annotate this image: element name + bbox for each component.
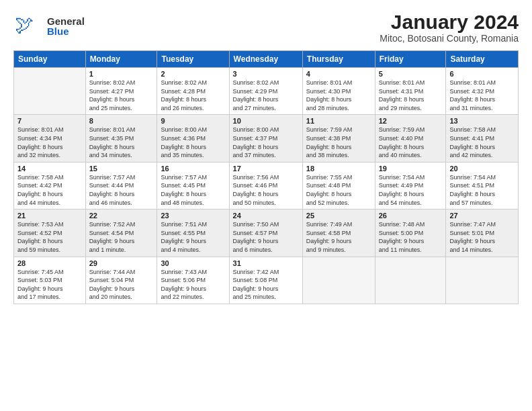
day-number: 8	[89, 117, 154, 125]
day-number: 11	[306, 117, 371, 125]
col-sunday: Sunday	[14, 51, 86, 68]
day-info: Sunrise: 8:02 AMSunset: 4:27 PMDaylight:…	[89, 79, 154, 112]
day-number: 2	[161, 70, 225, 78]
day-number: 9	[161, 117, 225, 125]
calendar-cell: 29Sunrise: 7:44 AMSunset: 5:04 PMDayligh…	[85, 257, 157, 304]
day-number: 14	[17, 165, 82, 173]
day-number: 6	[449, 70, 515, 78]
day-number: 7	[17, 117, 82, 125]
day-info: Sunrise: 8:01 AMSunset: 4:32 PMDaylight:…	[449, 79, 515, 112]
calendar-cell	[446, 257, 519, 304]
day-info: Sunrise: 8:02 AMSunset: 4:29 PMDaylight:…	[233, 79, 299, 112]
day-number: 12	[379, 117, 443, 125]
day-number: 19	[379, 165, 443, 173]
col-thursday: Thursday	[302, 51, 375, 68]
day-number: 25	[306, 212, 371, 220]
day-number: 13	[449, 117, 515, 125]
day-info: Sunrise: 7:49 AMSunset: 4:58 PMDaylight:…	[306, 220, 371, 254]
day-number: 26	[379, 212, 443, 220]
day-number: 5	[379, 70, 443, 78]
calendar-week-row-0: 1Sunrise: 8:02 AMSunset: 4:27 PMDaylight…	[14, 68, 519, 115]
calendar-cell: 1Sunrise: 8:02 AMSunset: 4:27 PMDaylight…	[85, 68, 157, 115]
calendar-cell	[14, 68, 86, 115]
day-number: 22	[89, 212, 154, 220]
day-number: 24	[233, 212, 299, 220]
calendar-cell: 26Sunrise: 7:48 AMSunset: 5:00 PMDayligh…	[375, 210, 446, 257]
calendar-cell: 21Sunrise: 7:53 AMSunset: 4:52 PMDayligh…	[14, 210, 86, 257]
day-info: Sunrise: 8:01 AMSunset: 4:30 PMDaylight:…	[306, 79, 371, 112]
day-number: 16	[161, 165, 225, 173]
calendar-cell	[302, 257, 375, 304]
col-friday: Friday	[375, 51, 446, 68]
calendar-cell: 13Sunrise: 7:58 AMSunset: 4:41 PMDayligh…	[446, 115, 519, 162]
day-info: Sunrise: 8:00 AMSunset: 4:37 PMDaylight:…	[233, 126, 299, 159]
header: 🕊 General Blue January 2024 Mitoc, Botos…	[13, 11, 519, 44]
calendar-week-row-4: 28Sunrise: 7:45 AMSunset: 5:03 PMDayligh…	[14, 257, 519, 304]
calendar-cell: 4Sunrise: 8:01 AMSunset: 4:30 PMDaylight…	[302, 68, 375, 115]
day-number: 21	[17, 212, 82, 220]
calendar-cell	[375, 257, 446, 304]
calendar-cell: 25Sunrise: 7:49 AMSunset: 4:58 PMDayligh…	[302, 210, 375, 257]
calendar-cell: 30Sunrise: 7:43 AMSunset: 5:06 PMDayligh…	[157, 257, 229, 304]
day-number: 1	[89, 70, 154, 78]
title-block: January 2024 Mitoc, Botosani County, Rom…	[380, 11, 519, 44]
day-number: 27	[449, 212, 515, 220]
day-number: 18	[306, 165, 371, 173]
day-info: Sunrise: 7:58 AMSunset: 4:42 PMDaylight:…	[17, 173, 82, 207]
calendar-cell: 28Sunrise: 7:45 AMSunset: 5:03 PMDayligh…	[14, 257, 86, 304]
day-number: 17	[233, 165, 299, 173]
calendar-cell: 17Sunrise: 7:56 AMSunset: 4:46 PMDayligh…	[229, 162, 302, 209]
calendar-cell: 10Sunrise: 8:00 AMSunset: 4:37 PMDayligh…	[229, 115, 302, 162]
calendar-week-row-2: 14Sunrise: 7:58 AMSunset: 4:42 PMDayligh…	[14, 162, 519, 209]
calendar-cell: 19Sunrise: 7:54 AMSunset: 4:49 PMDayligh…	[375, 162, 446, 209]
calendar-cell: 12Sunrise: 7:59 AMSunset: 4:40 PMDayligh…	[375, 115, 446, 162]
calendar-cell: 3Sunrise: 8:02 AMSunset: 4:29 PMDaylight…	[229, 68, 302, 115]
calendar-week-row-1: 7Sunrise: 8:01 AMSunset: 4:34 PMDaylight…	[14, 115, 519, 162]
day-info: Sunrise: 7:44 AMSunset: 5:04 PMDaylight:…	[89, 268, 154, 302]
day-info: Sunrise: 7:59 AMSunset: 4:38 PMDaylight:…	[306, 126, 371, 159]
month-title: January 2024	[380, 11, 519, 33]
day-info: Sunrise: 8:01 AMSunset: 4:34 PMDaylight:…	[17, 126, 82, 159]
calendar-cell: 8Sunrise: 8:01 AMSunset: 4:35 PMDaylight…	[85, 115, 157, 162]
calendar-cell: 16Sunrise: 7:57 AMSunset: 4:45 PMDayligh…	[157, 162, 229, 209]
col-monday: Monday	[85, 51, 157, 68]
logo: 🕊 General Blue	[13, 11, 85, 42]
day-info: Sunrise: 8:01 AMSunset: 4:35 PMDaylight:…	[89, 126, 154, 159]
day-number: 4	[306, 70, 371, 78]
day-info: Sunrise: 7:55 AMSunset: 4:48 PMDaylight:…	[306, 173, 371, 207]
calendar-cell: 24Sunrise: 7:50 AMSunset: 4:57 PMDayligh…	[229, 210, 302, 257]
day-number: 29	[89, 259, 154, 267]
col-tuesday: Tuesday	[157, 51, 229, 68]
calendar-cell: 23Sunrise: 7:51 AMSunset: 4:55 PMDayligh…	[157, 210, 229, 257]
day-number: 15	[89, 165, 154, 173]
day-info: Sunrise: 7:54 AMSunset: 4:49 PMDaylight:…	[379, 173, 443, 207]
day-number: 31	[233, 259, 299, 267]
calendar-cell: 31Sunrise: 7:42 AMSunset: 5:08 PMDayligh…	[229, 257, 302, 304]
day-info: Sunrise: 7:54 AMSunset: 4:51 PMDaylight:…	[449, 173, 515, 207]
calendar-header-row: Sunday Monday Tuesday Wednesday Thursday…	[14, 51, 519, 68]
calendar-cell: 18Sunrise: 7:55 AMSunset: 4:48 PMDayligh…	[302, 162, 375, 209]
day-info: Sunrise: 7:52 AMSunset: 4:54 PMDaylight:…	[89, 220, 154, 254]
day-info: Sunrise: 8:02 AMSunset: 4:28 PMDaylight:…	[161, 79, 225, 112]
calendar-cell: 20Sunrise: 7:54 AMSunset: 4:51 PMDayligh…	[446, 162, 519, 209]
day-info: Sunrise: 7:50 AMSunset: 4:57 PMDaylight:…	[233, 220, 299, 254]
day-number: 28	[17, 259, 82, 267]
col-wednesday: Wednesday	[229, 51, 302, 68]
page: 🕊 General Blue January 2024 Mitoc, Botos…	[0, 0, 532, 411]
day-number: 30	[161, 259, 225, 267]
day-info: Sunrise: 8:00 AMSunset: 4:36 PMDaylight:…	[161, 126, 225, 159]
calendar-cell: 9Sunrise: 8:00 AMSunset: 4:36 PMDaylight…	[157, 115, 229, 162]
calendar-cell: 2Sunrise: 8:02 AMSunset: 4:28 PMDaylight…	[157, 68, 229, 115]
day-number: 20	[449, 165, 515, 173]
day-info: Sunrise: 7:45 AMSunset: 5:03 PMDaylight:…	[17, 268, 82, 302]
day-info: Sunrise: 7:59 AMSunset: 4:40 PMDaylight:…	[379, 126, 443, 159]
calendar-week-row-3: 21Sunrise: 7:53 AMSunset: 4:52 PMDayligh…	[14, 210, 519, 257]
calendar-cell: 5Sunrise: 8:01 AMSunset: 4:31 PMDaylight…	[375, 68, 446, 115]
logo-label: General Blue	[47, 16, 85, 36]
logo-icon: 🕊	[13, 11, 44, 42]
day-info: Sunrise: 7:43 AMSunset: 5:06 PMDaylight:…	[161, 268, 225, 302]
calendar-cell: 6Sunrise: 8:01 AMSunset: 4:32 PMDaylight…	[446, 68, 519, 115]
subtitle: Mitoc, Botosani County, Romania	[380, 33, 519, 44]
day-info: Sunrise: 7:57 AMSunset: 4:45 PMDaylight:…	[161, 173, 225, 207]
calendar-table: Sunday Monday Tuesday Wednesday Thursday…	[13, 50, 519, 304]
